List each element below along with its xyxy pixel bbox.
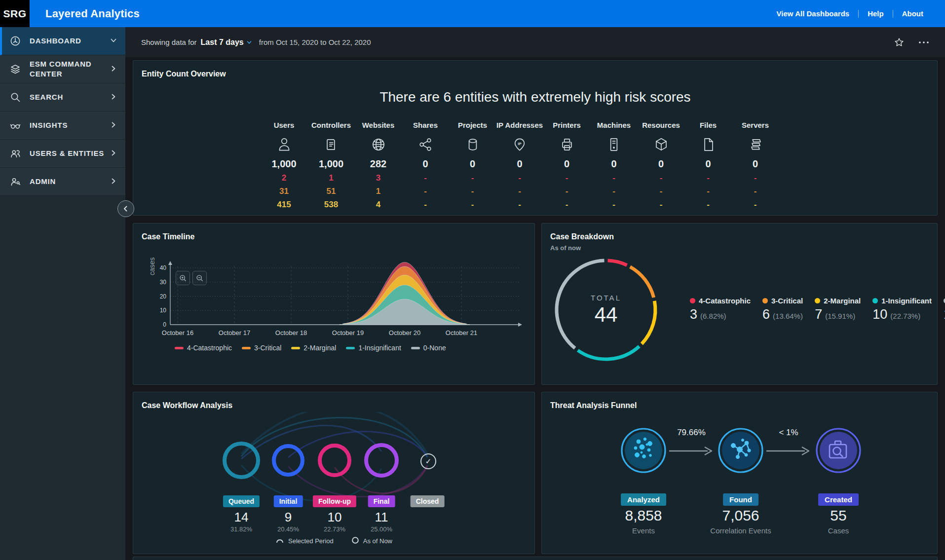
legend-swatch bbox=[346, 347, 355, 349]
case-breakdown-donut bbox=[549, 253, 663, 367]
star-icon[interactable] bbox=[894, 37, 905, 48]
legend-label: 2-Marginal bbox=[824, 297, 861, 305]
ellipsis-icon[interactable] bbox=[918, 40, 929, 44]
insights-icon bbox=[9, 119, 22, 132]
arc-icon bbox=[275, 536, 284, 546]
entity-severity-value: - bbox=[591, 187, 638, 196]
entity-severity-value: - bbox=[732, 187, 779, 196]
chevron-right-icon bbox=[110, 177, 118, 186]
workflow-legend: Selected PeriodAs of Now bbox=[133, 536, 534, 546]
next-panel-partial bbox=[133, 557, 938, 560]
workflow-legend-selected-period[interactable]: Selected Period bbox=[275, 536, 334, 546]
entity-severity-value: - bbox=[732, 173, 779, 183]
sidebar-item-esm-command-center[interactable]: ESM COMMAND CENTER bbox=[0, 55, 125, 83]
database-icon bbox=[449, 134, 496, 155]
entity-severity-value: 51 bbox=[308, 187, 355, 196]
slice-value: 10 bbox=[872, 307, 887, 322]
svg-text:30: 30 bbox=[160, 279, 167, 286]
entity-column-resources: Resources0--- bbox=[638, 121, 684, 210]
legend-label: 4-Catastrophic bbox=[699, 297, 751, 305]
funnel-sublabel: Events bbox=[632, 526, 655, 535]
about-link[interactable]: About bbox=[893, 9, 932, 18]
correlation-graph-icon bbox=[717, 427, 764, 474]
legend-swatch bbox=[411, 347, 420, 349]
main-content: Showing data for Last 7 days from Oct 15… bbox=[125, 27, 945, 560]
entity-column-servers: Servers0--- bbox=[732, 121, 779, 210]
legend-label: 3-Critical bbox=[771, 297, 803, 305]
sidebar-item-insights[interactable]: INSIGHTS bbox=[0, 112, 125, 140]
entity-severity-value: - bbox=[449, 173, 496, 183]
zoom-out-button[interactable] bbox=[192, 271, 207, 285]
case-timeline-panel: Case Timeline cases 010203040October 16O… bbox=[133, 223, 535, 385]
timeline-legend-item[interactable]: 2-Marginal bbox=[291, 344, 336, 352]
funnel-value: 55 bbox=[830, 507, 846, 524]
entity-count: 0 bbox=[543, 158, 590, 170]
legend-label: 1-Insignificant bbox=[358, 344, 401, 352]
timeline-legend-item[interactable]: 3-Critical bbox=[242, 344, 281, 352]
chevron-right-icon bbox=[110, 93, 118, 102]
legend-label: 0-None bbox=[423, 344, 446, 352]
sidebar-item-users-entities[interactable]: USERS & ENTITIES bbox=[0, 140, 125, 168]
svg-text:0: 0 bbox=[163, 321, 166, 328]
entity-column-websites: Websites282314 bbox=[355, 121, 402, 210]
sidebar-item-dashboard[interactable]: DASHBOARD bbox=[0, 27, 125, 55]
entity-count: 0 bbox=[732, 158, 779, 170]
entity-severity-value: 1 bbox=[308, 173, 355, 183]
transition-percent: 79.66% bbox=[677, 428, 706, 438]
srg-logo[interactable]: SRG bbox=[0, 0, 30, 27]
sidebar-item-label: USERS & ENTITIES bbox=[30, 149, 110, 158]
entity-severity-value: - bbox=[591, 200, 638, 210]
stage-badge-initial: Initial bbox=[274, 495, 303, 507]
legend-swatch bbox=[291, 347, 300, 349]
entity-label: Projects bbox=[449, 121, 496, 131]
svg-text:October 19: October 19 bbox=[332, 329, 364, 336]
stage-badge-closed: Closed bbox=[411, 495, 445, 507]
zoom-in-button[interactable] bbox=[176, 271, 190, 285]
workflow-legend-as-of-now[interactable]: As of Now bbox=[351, 536, 392, 546]
svg-text:October 21: October 21 bbox=[446, 329, 477, 336]
timeline-legend-item[interactable]: 0-None bbox=[411, 344, 446, 352]
help-link[interactable]: Help bbox=[859, 9, 893, 18]
stage-badge-queued: Queued bbox=[223, 495, 260, 507]
funnel-value: 8,858 bbox=[625, 507, 662, 524]
stage-percent: 20.45% bbox=[277, 525, 299, 533]
time-range-dropdown[interactable]: Last 7 days bbox=[201, 38, 252, 47]
time-range-value: Last 7 days bbox=[201, 38, 244, 47]
stage-value: 9 bbox=[285, 510, 292, 525]
chart-zoom-controls bbox=[176, 271, 207, 285]
top-bar: SRG Layered Analytics View All Dashboard… bbox=[0, 0, 945, 27]
svg-text:October 16: October 16 bbox=[162, 329, 193, 336]
breakdown-legend-item[interactable]: 2-Marginal7(15.91%) bbox=[815, 297, 861, 322]
entity-label: IP Addresses bbox=[496, 121, 543, 131]
events-dots-icon bbox=[620, 427, 667, 474]
entity-count: 0 bbox=[591, 158, 638, 170]
printer-icon bbox=[543, 134, 590, 155]
stage-value: 10 bbox=[328, 510, 342, 525]
stage-ring-queued bbox=[223, 442, 260, 479]
entity-column-controllers: Controllers1,000151538 bbox=[308, 121, 355, 210]
breakdown-legend-item[interactable]: 4-Catastrophic3(6.82%) bbox=[690, 297, 751, 322]
legend-label: 1-Insignificant bbox=[881, 297, 932, 305]
sidebar-collapse-button[interactable] bbox=[117, 200, 134, 217]
date-range-detail: from Oct 15, 2020 to Oct 22, 2020 bbox=[259, 38, 371, 46]
file-icon bbox=[685, 134, 732, 155]
view-all-dashboards-link[interactable]: View All Dashboards bbox=[768, 9, 859, 18]
entity-columns: Users1,000231415Controllers1,000151538We… bbox=[261, 121, 779, 210]
sidebar-item-admin[interactable]: ADMIN bbox=[0, 168, 125, 196]
breakdown-legend-item[interactable]: 1-Insignificant10(22.73%) bbox=[872, 297, 932, 322]
funnel-value: 7,056 bbox=[722, 507, 759, 524]
entity-severity-value: - bbox=[591, 173, 638, 183]
entity-label: Shares bbox=[402, 121, 449, 131]
chevron-down-icon bbox=[110, 37, 118, 45]
breakdown-legend-item[interactable]: 3-Critical6(13.64%) bbox=[762, 297, 803, 322]
sidebar-item-search[interactable]: SEARCH bbox=[0, 83, 125, 112]
timeline-legend-item[interactable]: 4-Catastrophic bbox=[175, 344, 232, 352]
legend-label: 3-Critical bbox=[254, 344, 281, 352]
stage-badge-final: Final bbox=[368, 495, 395, 507]
stage-ring-final bbox=[364, 443, 399, 478]
timeline-legend-item[interactable]: 1-Insignificant bbox=[346, 344, 401, 352]
slice-value: 6 bbox=[762, 307, 770, 322]
entity-severity-value: - bbox=[496, 187, 543, 196]
svg-text:40: 40 bbox=[160, 264, 167, 271]
entity-severity-value: 415 bbox=[261, 200, 307, 210]
